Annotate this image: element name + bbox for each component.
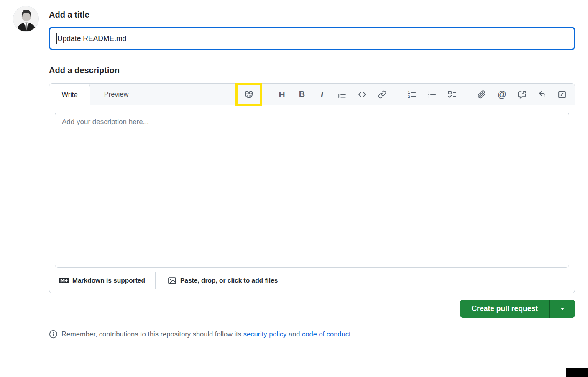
tab-preview[interactable]: Preview: [90, 84, 142, 105]
contribution-note: Remember, contributions to this reposito…: [49, 330, 575, 339]
bold-button[interactable]: B: [292, 84, 312, 105]
svg-text:2: 2: [408, 94, 410, 98]
toolbar-divider: [467, 89, 467, 100]
markdown-supported-link[interactable]: Markdown is supported: [59, 276, 145, 285]
avatar-image: [13, 6, 39, 32]
attach-file-button[interactable]: [472, 84, 492, 105]
editor-header: Write Preview: [49, 84, 575, 105]
security-policy-link[interactable]: security policy: [243, 330, 287, 338]
markdown-supported-label: Markdown is supported: [72, 277, 145, 284]
link-button[interactable]: [372, 84, 392, 105]
text-cursor: [56, 33, 57, 44]
create-pull-request-split-button: Create pull request: [460, 300, 575, 318]
reply-icon: [538, 90, 546, 99]
title-input[interactable]: [49, 27, 575, 50]
image-upload-icon: [168, 276, 176, 285]
link-icon: [378, 90, 386, 99]
contribution-note-text: Remember, contributions to this reposito…: [61, 330, 353, 338]
paste-drop-files-label: Paste, drop, or click to add files: [180, 277, 278, 284]
bullet-list-button[interactable]: [422, 84, 442, 105]
numbered-list-button[interactable]: 1 2: [402, 84, 422, 105]
note-text-middle: and: [286, 330, 302, 338]
editor-body: [49, 105, 575, 270]
title-input-wrap: [49, 27, 575, 50]
tab-write[interactable]: Write: [49, 84, 90, 106]
attach-file-icon: [478, 90, 486, 99]
note-text-after: .: [351, 330, 353, 338]
quote-button[interactable]: [332, 84, 352, 105]
cross-reference-icon: [518, 90, 526, 99]
slash-command-icon: [558, 90, 566, 99]
pull-request-create-page: Add a title Add a description Write Prev…: [0, 0, 588, 377]
italic-button[interactable]: I: [312, 84, 332, 105]
toolbar-divider: [397, 89, 397, 100]
create-pull-request-dropdown-button[interactable]: [549, 300, 575, 318]
cross-reference-button[interactable]: [512, 84, 532, 105]
info-icon: [49, 330, 58, 339]
note-text-before: Remember, contributions to this reposito…: [61, 330, 243, 338]
code-icon: [358, 90, 366, 99]
paste-drop-files-button[interactable]: Paste, drop, or click to add files: [168, 276, 278, 285]
task-list-icon: [448, 90, 456, 99]
copilot-icon: [244, 90, 253, 99]
description-editor: Write Preview: [49, 83, 575, 293]
slash-command-button[interactable]: [552, 84, 572, 105]
task-list-button[interactable]: [442, 84, 462, 105]
chevron-down-icon: [560, 308, 565, 310]
editor-footer: Markdown is supported Paste, drop, or cl…: [49, 270, 575, 293]
heading-icon: H: [279, 89, 285, 99]
avatar[interactable]: [13, 6, 39, 32]
reply-button[interactable]: [532, 84, 552, 105]
code-of-conduct-link[interactable]: code of conduct: [302, 330, 351, 338]
toolbar-divider: [267, 89, 267, 100]
italic-icon: I: [320, 89, 324, 100]
mention-button[interactable]: @: [492, 84, 512, 105]
bold-icon: B: [299, 89, 305, 99]
quote-icon: [338, 90, 346, 99]
markdown-toolbar: H B I: [235, 84, 572, 105]
title-label: Add a title: [49, 10, 575, 20]
bullet-list-icon: [428, 90, 436, 99]
form-actions: Create pull request: [49, 300, 575, 318]
copilot-highlight-box: [235, 83, 262, 106]
description-textarea[interactable]: [55, 112, 569, 268]
description-label: Add a description: [49, 65, 575, 75]
heading-button[interactable]: H: [272, 84, 292, 105]
create-pull-request-button[interactable]: Create pull request: [460, 300, 549, 318]
markdown-icon: [59, 276, 69, 285]
code-button[interactable]: [352, 84, 372, 105]
mention-icon: @: [497, 89, 506, 100]
black-corner-box: [566, 368, 588, 377]
svg-text:1: 1: [408, 90, 410, 94]
copilot-button[interactable]: [238, 85, 260, 104]
footer-divider: [155, 272, 156, 289]
numbered-list-icon: 1 2: [408, 90, 416, 99]
main-content: Add a title Add a description Write Prev…: [49, 10, 575, 339]
